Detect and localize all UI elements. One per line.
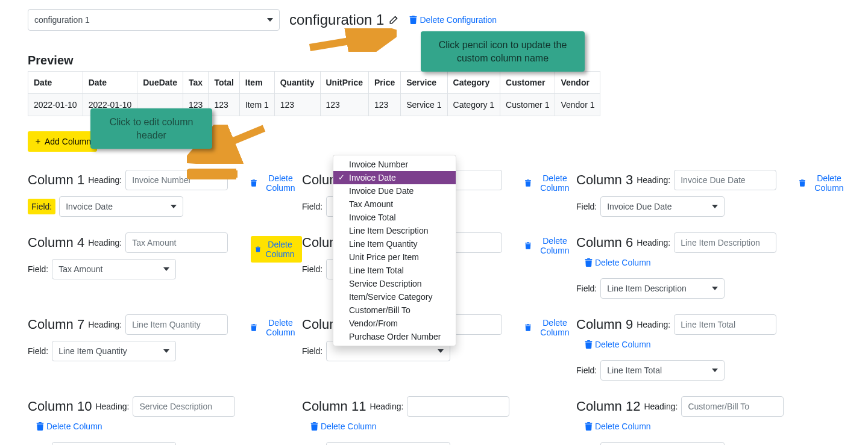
delete-column-button[interactable]: Delete Column [585,258,651,267]
field-select[interactable]: Line Item Total [600,360,725,381]
heading-label: Heading: [88,175,122,185]
delete-config-button[interactable]: Delete Configuration [409,15,497,25]
dropdown-option[interactable]: Customer/Bill To [333,303,456,317]
column-title: Column 7 [28,317,84,332]
preview-col-header: Item [239,72,274,94]
column-block: Column 7Heading:Delete ColumnField:Line … [28,314,302,381]
trash-icon [36,422,44,431]
field-label: Field: [576,366,597,375]
dropdown-option[interactable]: Item/Service Category [333,290,456,303]
delete-column-button[interactable]: Delete Column [525,236,576,255]
field-select[interactable]: Tax Amount [52,259,176,279]
dropdown-option[interactable]: Service Description [333,277,456,290]
heading-input[interactable] [674,170,776,190]
trash-icon [585,258,593,267]
dropdown-option[interactable]: Vendor/From [333,317,456,330]
field-select[interactable]: Line Item Description [600,278,725,299]
column-block: Column 11Heading:Delete ColumnField:Item… [302,396,576,445]
preview-col-header: Price [368,72,400,94]
trash-icon [251,179,257,187]
field-label: Field: [302,202,322,211]
field-select[interactable]: Item/Service Category [326,442,450,445]
config-title: configuration 1 [289,11,400,28]
heading-input[interactable] [681,396,784,417]
dropdown-option[interactable]: Unit Price per Item [333,251,456,264]
trash-icon [251,323,257,332]
heading-label: Heading: [644,402,678,411]
preview-cell: 123 [209,94,239,116]
heading-label: Heading: [370,402,403,411]
column-title: Column 10 [28,399,92,414]
heading-label: Heading: [637,238,670,247]
delete-config-label: Delete Configuration [420,15,497,25]
dropdown-option[interactable]: Line Item Quantity [333,237,456,251]
heading-input[interactable] [674,314,776,335]
field-select[interactable]: Service Description [52,442,176,445]
column-title: Column 9 [576,317,633,332]
preview-col-header: Quantity [274,72,320,94]
heading-input[interactable] [125,232,228,253]
pencil-icon[interactable] [389,11,400,28]
heading-input[interactable] [407,396,509,417]
delete-column-button[interactable]: Delete Column [525,173,576,193]
column-title: Column 4 [28,235,84,251]
config-select[interactable]: configuration 1 [28,9,280,31]
preview-col-header: Date [28,72,83,94]
field-select[interactable]: Customer/Bill To [600,442,725,445]
field-label: Field: [576,284,597,293]
add-column-button[interactable]: ＋ Add Column [28,131,97,152]
heading-input[interactable] [674,232,776,253]
preview-col-header: Total [209,72,239,94]
heading-label: Heading: [88,238,122,247]
callout-header: Click to edit column header [90,108,212,149]
heading-label: Heading: [95,402,129,411]
field-select[interactable]: Invoice Due Date [600,196,725,217]
heading-input[interactable] [125,314,228,335]
dropdown-option[interactable]: Line Item Total [333,264,456,277]
delete-column-button[interactable]: Delete Column [251,173,302,193]
column-block: Column 6Heading:Delete ColumnField:Line … [576,232,851,299]
delete-column-button[interactable]: Delete Column [585,340,651,349]
delete-column-button[interactable]: Delete Column [251,236,302,263]
dropdown-option[interactable]: Invoice Total [333,211,456,224]
column-block: Column 3Heading:Delete ColumnField:Invoi… [576,170,851,217]
preview-col-header: DueDate [137,72,183,94]
trash-icon [409,16,417,24]
preview-cell: 123 [274,94,320,116]
field-select[interactable]: Line Item Quantity [52,341,176,361]
trash-icon [799,179,805,187]
add-column-label: Add Column [45,137,91,146]
dropdown-option[interactable]: Line Item Description [333,224,456,237]
column-block: Column 12Heading:Delete ColumnField:Cust… [576,396,851,445]
delete-column-button[interactable]: Delete Column [36,422,102,431]
dropdown-option[interactable]: Invoice Date [333,171,456,184]
delete-column-button[interactable]: Delete Column [525,318,576,337]
field-label: Field: [28,346,48,356]
trash-icon [525,241,531,250]
plus-icon: ＋ [34,136,42,147]
delete-column-button[interactable]: Delete Column [310,422,377,431]
preview-cell: Customer 1 [500,94,555,116]
dropdown-option[interactable]: Invoice Due Date [333,184,456,198]
trash-icon [525,323,531,332]
delete-column-button[interactable]: Delete Column [251,318,302,337]
field-select[interactable]: Invoice Date [59,196,183,217]
dropdown-option[interactable]: Invoice Number [333,158,456,171]
delete-column-button[interactable]: Delete Column [799,173,851,193]
field-dropdown[interactable]: Invoice NumberInvoice DateInvoice Due Da… [333,155,456,346]
column-title: Column 3 [576,172,633,188]
heading-label: Heading: [637,175,670,185]
dropdown-option[interactable]: Purchase Order Number [333,330,456,343]
field-label: Field: [302,346,322,356]
dropdown-option[interactable]: Tax Amount [333,198,456,211]
column-block: Column 1Heading:Delete ColumnField:Invoi… [28,170,302,217]
column-title: Column 11 [302,399,366,414]
preview-cell: Service 1 [401,94,447,116]
preview-cell: 123 [320,94,368,116]
column-block: Column 10Heading:Delete ColumnField:Serv… [28,396,302,445]
preview-cell: Category 1 [447,94,500,116]
preview-cell: 2022-01-10 [28,94,83,116]
delete-column-button[interactable]: Delete Column [585,422,651,431]
trash-icon [256,245,260,254]
heading-input[interactable] [133,396,235,417]
